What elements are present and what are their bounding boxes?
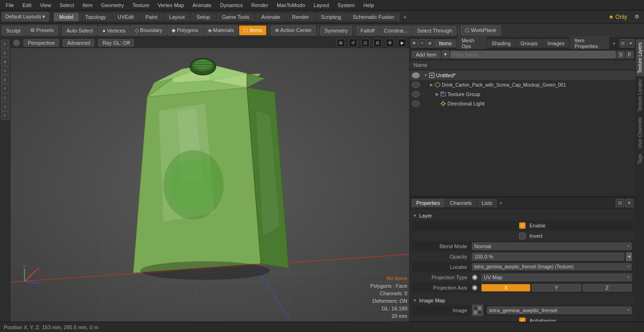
panel-action-icon[interactable]: ⊕: [426, 39, 434, 48]
tab-uvedit[interactable]: UVEdit: [112, 13, 140, 21]
panel-tab-mesh-ops[interactable]: Mesh Ops: [457, 36, 487, 50]
axis-x-field[interactable]: X: [481, 284, 530, 292]
menu-system[interactable]: System: [334, 1, 359, 9]
menu-animate[interactable]: Animate: [189, 1, 215, 9]
item-texture-group[interactable]: ▶ Texture Group: [410, 89, 636, 99]
item-expand-untitled[interactable]: ▼: [423, 73, 429, 78]
polygons-button[interactable]: ◆ Polygons: [167, 25, 202, 35]
prop-tab-channels[interactable]: Channels: [445, 199, 476, 207]
item-drink-carton[interactable]: ▶ Drink_Carton_Pack_with_Screw_Cap_Mocku…: [410, 80, 636, 89]
add-item-arrow-button[interactable]: ▾: [442, 50, 449, 58]
projection-axis-radio[interactable]: [472, 285, 478, 291]
items-f-button[interactable]: F: [626, 51, 634, 58]
item-vis-texture[interactable]: [412, 91, 420, 97]
menu-edit[interactable]: Edit: [19, 1, 35, 9]
action-center-button[interactable]: ⊕ Action Center: [271, 25, 316, 35]
invert-checkbox[interactable]: [519, 233, 526, 239]
tab-render[interactable]: Render: [286, 13, 314, 21]
locator-dropdown[interactable]: tetra_gemina_aseptic_frensel (Image) (Te…: [472, 263, 632, 270]
layout-add-button[interactable]: +: [401, 13, 409, 21]
menu-help[interactable]: Help: [360, 1, 378, 9]
viewport[interactable]: Perspective Advanced Ray GL: Off ⊞ ↺ ⊡ ⊟…: [10, 38, 409, 322]
menu-view[interactable]: View: [36, 1, 55, 9]
add-item-button[interactable]: Add Item: [412, 51, 441, 58]
auto-select-button[interactable]: Auto Select: [62, 26, 97, 35]
tab-model[interactable]: Model: [54, 13, 79, 21]
panel-close-icon[interactable]: ✕: [627, 39, 635, 48]
panel-tab-add[interactable]: +: [610, 40, 618, 47]
menu-item[interactable]: Item: [79, 1, 96, 9]
tab-topology[interactable]: Topology: [79, 13, 111, 21]
panel-resize-icon[interactable]: ⊡: [619, 39, 627, 48]
constraints-button[interactable]: Constrai...: [380, 26, 412, 35]
items-s-button[interactable]: S: [617, 51, 625, 58]
viewport-canvas[interactable]: X Y Z No Items Polygons : Face Channels:…: [10, 48, 409, 322]
item-expand-texture[interactable]: ▶: [434, 91, 440, 97]
item-expand-carton[interactable]: ▶: [429, 82, 434, 88]
prop-tab-lists[interactable]: Lists: [477, 199, 497, 207]
tab-game-tools[interactable]: Game Tools: [216, 13, 256, 21]
prop-close-icon[interactable]: ✕: [625, 199, 634, 207]
panel-eye-icon[interactable]: 👁: [411, 39, 418, 48]
axis-y-field[interactable]: Y: [532, 284, 581, 292]
enable-checkbox[interactable]: ✓: [519, 222, 526, 229]
viewport-icon-settings[interactable]: ⚙: [386, 39, 394, 47]
sidebar-tool-3[interactable]: V: [1, 66, 9, 75]
symmetry-button[interactable]: Symmetry: [320, 26, 352, 35]
viewport-icon-zoom[interactable]: ⊡: [361, 39, 370, 47]
panel-tab-groups[interactable]: Groups: [516, 39, 542, 48]
sidebar-tool-1[interactable]: D: [1, 49, 9, 57]
viewport-icon-grid[interactable]: ⊞: [337, 39, 345, 47]
vtab-user-channels[interactable]: User Channels: [636, 114, 644, 151]
item-untitled[interactable]: ▼ Untitled*: [410, 71, 636, 80]
item-vis-untitled[interactable]: [412, 72, 420, 79]
viewport-icon-frame[interactable]: ⊟: [373, 39, 382, 47]
projection-type-dropdown[interactable]: UV Map ▾: [481, 274, 632, 281]
panel-tab-images[interactable]: Images: [543, 39, 569, 48]
sidebar-tool-0[interactable]: D: [1, 40, 9, 48]
filter-items-input[interactable]: [450, 51, 616, 58]
panel-tab-items[interactable]: Items: [434, 39, 456, 48]
falloff-button[interactable]: Falloff: [356, 26, 379, 35]
tab-scripting[interactable]: Scripting: [315, 13, 347, 21]
vtab-texture-layers[interactable]: Texture Layers: [636, 40, 644, 76]
vtab-texture-locator[interactable]: Texture Locator: [636, 76, 644, 114]
menu-file[interactable]: File: [2, 1, 18, 9]
axis-z-field[interactable]: Z: [583, 284, 632, 292]
tab-layout[interactable]: Layout: [164, 13, 190, 21]
sidebar-tool-7[interactable]: U: [1, 102, 9, 111]
presets-button[interactable]: ⚙ Presets: [26, 25, 58, 35]
prop-tab-properties[interactable]: Properties: [412, 199, 445, 207]
projection-type-radio[interactable]: [472, 275, 478, 280]
select-through-button[interactable]: Select Through: [413, 26, 456, 35]
items-button[interactable]: ⬡ Items: [239, 25, 266, 35]
menu-render[interactable]: Render: [248, 1, 272, 9]
antialiasing-checkbox[interactable]: ✓: [519, 317, 526, 322]
sidebar-tool-8[interactable]: F: [1, 111, 9, 120]
viewport-icon-rotate[interactable]: ↺: [349, 39, 357, 47]
materials-button[interactable]: ◈ Materials: [204, 25, 239, 35]
sidebar-tool-6[interactable]: C: [1, 93, 9, 102]
viewport-mode-button[interactable]: Perspective: [24, 39, 59, 47]
menu-maxtomodo[interactable]: MaxToModo: [273, 1, 309, 9]
menu-vertex-map[interactable]: Vertex Map: [154, 1, 188, 9]
image-dropdown[interactable]: tetra_gemina_aseptic_frensel ▾: [487, 307, 632, 314]
item-expand-light[interactable]: [434, 101, 440, 106]
vertices-button[interactable]: ● Vertices: [98, 26, 130, 35]
boundary-button[interactable]: ◇ Boundary: [131, 25, 166, 35]
item-vis-light[interactable]: [412, 100, 420, 107]
viewport-raygl-button[interactable]: Ray GL: Off: [98, 39, 134, 47]
opacity-field[interactable]: 100.0 %: [472, 253, 624, 260]
panel-add-icon[interactable]: +: [419, 39, 426, 48]
sidebar-tool-2[interactable]: M: [1, 57, 9, 66]
item-directional-light[interactable]: Directional Light: [410, 99, 636, 108]
item-vis-carton[interactable]: [412, 81, 420, 88]
vtab-tags[interactable]: Tags: [636, 151, 644, 167]
layout-dropdown[interactable]: Default Layouts ▾: [2, 12, 49, 21]
sidebar-tool-5[interactable]: P: [1, 84, 9, 93]
tab-paint[interactable]: Paint: [140, 13, 163, 21]
layout-settings-button[interactable]: ⚙: [632, 13, 642, 21]
panel-tab-item-properties[interactable]: Item Properties: [570, 36, 609, 50]
panel-tab-shading[interactable]: Shading: [487, 39, 515, 48]
prop-section-layer-header[interactable]: ▼ Layer: [412, 211, 634, 220]
